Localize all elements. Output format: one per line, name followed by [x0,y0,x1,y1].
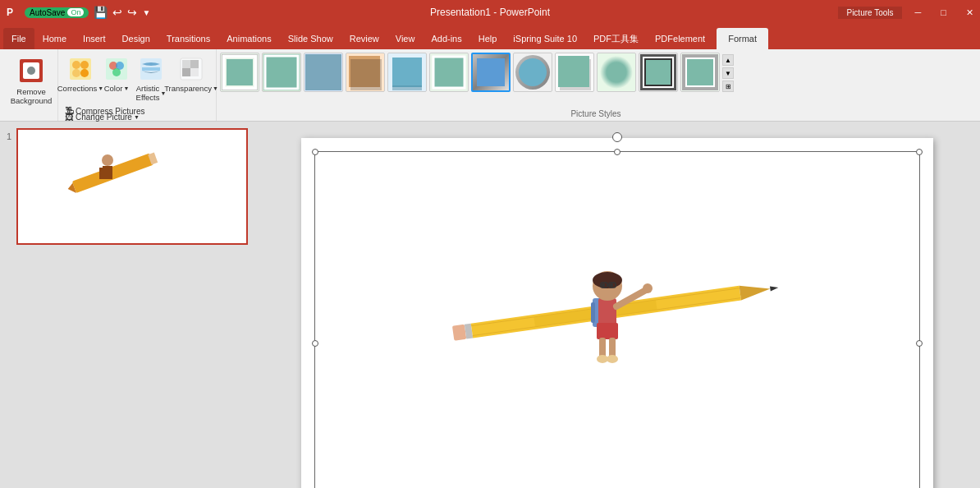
svg-rect-45 [34,133,231,240]
svg-point-4 [72,61,80,69]
tab-view[interactable]: View [387,28,424,49]
picture-style-4[interactable] [346,53,385,92]
artistic-effects-btn[interactable]: ArtisticEffects ▼ [134,53,168,105]
selected-image-container[interactable] [314,151,920,488]
svg-point-38 [600,56,633,89]
undo-icon[interactable]: ↩ [112,6,122,19]
title-bar-left: P AutoSave On 💾 ↩ ↪ ▼ [0,6,327,19]
styles-expand[interactable]: ⊞ [722,81,734,92]
artistic-effects-icon [138,56,164,82]
transparency-btn[interactable]: Transparency ▼ [170,53,213,104]
svg-point-5 [80,61,89,69]
slide-panel: 1 [0,122,254,488]
picture-style-3[interactable] [304,53,343,92]
tab-help[interactable]: Help [470,28,506,49]
maximize-btn[interactable]: □ [934,7,953,17]
svg-rect-22 [263,54,300,90]
svg-point-7 [80,69,89,77]
remove-background-btn[interactable]: RemoveBackground [10,53,53,109]
svg-point-49 [102,154,113,166]
picture-style-10[interactable] [597,53,636,92]
handle-top-left[interactable] [312,149,318,155]
picture-style-12[interactable] [680,53,720,92]
tab-review[interactable]: Review [341,28,387,49]
window-title-text: Presentation1 - PowerPoint [430,7,550,18]
styles-scroll-controls: ▲ ▼ ⊞ [722,53,734,92]
styles-scroll-up[interactable]: ▲ [722,54,734,66]
color-btn[interactable]: Color ▼ [101,53,132,104]
slide-preview-svg [34,133,231,240]
save-icon[interactable]: 💾 [94,6,108,19]
tab-ispring[interactable]: iSpring Suite 10 [505,28,585,49]
tab-slideshow[interactable]: Slide Show [280,28,341,49]
handle-middle-left[interactable] [312,340,318,347]
slide-canvas[interactable] [301,138,933,488]
svg-rect-13 [142,67,160,71]
svg-rect-27 [392,58,422,87]
handle-top-right[interactable] [916,149,923,155]
handle-middle-right[interactable] [916,340,923,347]
close-btn[interactable]: ✕ [959,7,980,18]
svg-rect-44 [687,59,713,85]
svg-rect-24 [305,54,341,90]
picture-style-7[interactable] [471,53,511,92]
tab-animations[interactable]: Animations [218,28,279,49]
tab-pdf-tools[interactable]: PDF工具集 [585,28,647,49]
styles-scroll-down[interactable]: ▼ [722,67,734,79]
change-picture-label: Change Picture [76,113,132,122]
handle-top-middle[interactable] [614,149,621,155]
svg-point-6 [72,69,80,77]
picture-styles-label: Picture Styles [220,109,972,121]
change-picture-icon: 🖼 [65,112,74,122]
remove-background-label: RemoveBackground [11,87,53,106]
tab-home[interactable]: Home [34,28,75,49]
tab-design[interactable]: Design [114,28,158,49]
corrections-label: Corrections [57,84,98,93]
svg-point-11 [112,68,121,76]
canvas-area [254,122,980,488]
handle-rotate[interactable] [612,132,622,142]
svg-rect-42 [646,60,671,85]
artistic-effects-label: ArtisticEffects [136,84,160,102]
svg-rect-17 [182,68,190,76]
autosave-label: AutoSave [30,8,65,17]
change-picture-btn[interactable]: 🖼 Change Picture ▼ [62,111,143,122]
ribbon-group-adjust: RemoveBackground [5,49,58,121]
svg-rect-28 [392,85,422,90]
slide-number: 1 [7,128,11,245]
minimize-btn[interactable]: ─ [909,7,928,17]
tab-insert[interactable]: Insert [75,28,114,49]
picture-style-9[interactable] [555,53,594,92]
redo-icon[interactable]: ↪ [127,6,137,19]
quick-access-more[interactable]: ▼ [142,8,150,17]
slide-thumbnail-container: 1 [7,128,248,245]
picture-style-2[interactable] [262,53,301,92]
picture-style-8[interactable] [513,53,552,92]
autosave-toggle[interactable]: AutoSave On [25,7,89,18]
app-logo: P [0,7,20,18]
title-bar-controls: Picture Tools ─ □ ✕ [653,7,980,19]
svg-rect-52 [106,168,111,179]
ribbon: RemoveBackground Corrections [0,49,980,122]
transparency-label: Transparency [164,84,212,93]
svg-rect-18 [190,68,199,76]
slide-thumbnail[interactable] [16,128,248,245]
ribbon-group-picture-styles: ▲ ▼ ⊞ Picture Styles [217,49,975,121]
tab-addins[interactable]: Add-ins [423,28,469,49]
svg-rect-51 [99,168,104,179]
svg-rect-16 [190,60,199,68]
picture-style-1[interactable] [220,53,259,92]
color-label: Color [104,84,123,93]
color-icon [103,56,130,82]
autosave-state[interactable]: On [67,8,84,16]
tab-transitions[interactable]: Transitions [158,28,218,49]
picture-style-11[interactable] [639,53,678,92]
svg-rect-15 [182,60,190,68]
tab-file[interactable]: File [3,28,34,49]
picture-style-6[interactable] [429,53,469,92]
tab-format[interactable]: Format [717,28,768,49]
corrections-btn[interactable]: Corrections ▼ [62,53,99,104]
tab-pdfelement[interactable]: PDFelement [647,28,713,49]
selection-handles [314,151,920,488]
picture-style-5[interactable] [387,53,427,92]
